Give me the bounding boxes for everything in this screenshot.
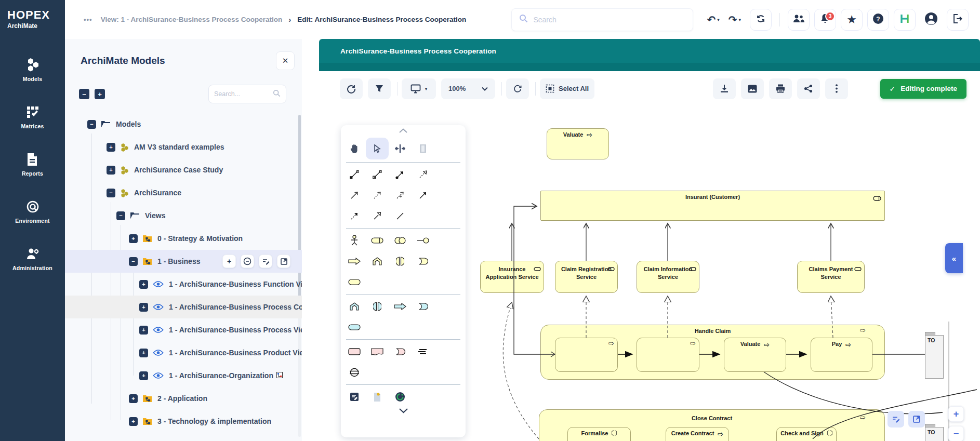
palette-scroll-down-chevron[interactable] — [341, 407, 466, 417]
open-in-new-button[interactable] — [908, 411, 925, 427]
tree-item-3-technology-implementation[interactable]: + 3 - Technology & implementation — [65, 410, 302, 433]
tree-item-1-business[interactable]: − 1 - Business + — [65, 250, 302, 273]
split-tool[interactable] — [389, 138, 412, 159]
business-interaction-tool[interactable] — [389, 251, 412, 272]
select-all-button[interactable]: Select All — [540, 78, 594, 99]
expand-toggle[interactable]: + — [139, 371, 148, 380]
global-search[interactable] — [511, 8, 693, 31]
expand-toggle[interactable]: + — [139, 303, 148, 312]
print-button[interactable] — [769, 78, 792, 99]
collapse-toggle[interactable]: − — [129, 257, 138, 266]
zoom-in-button[interactable]: + — [948, 406, 964, 422]
diagram-canvas[interactable]: Valuate⇨ Insurant (Customer) Insurance A… — [319, 106, 980, 441]
association-relation-tool[interactable] — [389, 206, 412, 226]
triggering-relation-tool[interactable] — [412, 185, 434, 206]
tree-item-archisurance-case-study[interactable]: + ArchiSurance Case Study — [65, 158, 302, 181]
expand-toggle[interactable]: + — [139, 349, 148, 357]
sidebar-item-administration[interactable]: Administration — [12, 247, 52, 271]
hopex-store-button[interactable] — [894, 9, 916, 31]
help-button[interactable]: ? — [867, 9, 889, 31]
remove-item-button[interactable] — [241, 255, 254, 268]
aggregation-relation-tool[interactable] — [366, 164, 389, 185]
close-panel-button[interactable]: ✕ — [276, 51, 295, 70]
tree-item-business-process-cooperation[interactable]: + 1 - ArchiSurance-Business Process Coop… — [65, 296, 302, 318]
zoom-out-button[interactable]: − — [948, 426, 964, 441]
expand-toggle[interactable]: + — [129, 234, 138, 243]
motivation-rect-tool[interactable] — [343, 341, 366, 362]
pan-tool[interactable] — [343, 138, 366, 159]
editing-complete-button[interactable]: ✓ Editing complete — [880, 79, 967, 99]
favorites-button[interactable]: ★ — [841, 9, 863, 31]
tree-item-business-function-view[interactable]: + 1 - ArchiSurance-Business Function Vie… — [65, 273, 302, 296]
expand-toggle[interactable]: + — [139, 280, 148, 289]
access-relation-tool[interactable] — [366, 185, 389, 206]
flow-relation-tool[interactable] — [343, 206, 366, 226]
expand-toggle[interactable]: + — [107, 166, 115, 175]
select-tool[interactable] — [366, 138, 389, 159]
document-tool[interactable] — [366, 386, 389, 407]
filter-button[interactable] — [368, 78, 391, 99]
tree-search-input[interactable] — [214, 90, 273, 98]
expand-all-button[interactable]: + — [95, 89, 105, 99]
palette-collapse-chevron[interactable] — [341, 127, 466, 137]
share-button[interactable] — [797, 78, 820, 99]
shape-handle-claim-step2[interactable]: ⇨ — [637, 338, 699, 372]
shape-claims-payment-service[interactable]: Claims Payment Service — [797, 261, 865, 293]
collapse-toggle[interactable]: − — [107, 189, 115, 197]
refresh-diagram-button[interactable] — [340, 78, 363, 99]
edit-properties-button[interactable] — [888, 411, 904, 427]
tree-item-archisurance[interactable]: − ArchiSurance — [65, 181, 302, 204]
logout-button[interactable] — [947, 9, 969, 31]
note-tool[interactable] — [343, 386, 366, 407]
sidebar-item-environment[interactable]: Environment — [15, 199, 49, 224]
tree-item-business-product-view[interactable]: + 1 - ArchiSurance-Business Product View — [65, 341, 302, 364]
tree-item-views[interactable]: − Views — [65, 204, 302, 227]
application-interaction-tool[interactable] — [366, 296, 389, 317]
export-image-button[interactable] — [741, 78, 764, 99]
shape-to-box-1[interactable]: TO — [925, 335, 944, 379]
collapse-toggle[interactable]: − — [87, 120, 96, 129]
business-interface-tool[interactable] — [412, 230, 434, 251]
assignment-relation-tool[interactable] — [389, 164, 412, 185]
notifications-button[interactable]: 3 — [814, 9, 836, 31]
redo-caret-icon[interactable]: ▾ — [738, 17, 741, 22]
add-item-button[interactable]: + — [222, 255, 236, 268]
shape-handle-claim-valuate[interactable]: Valuate⇨ — [724, 338, 786, 372]
tree-item-am-v3-standard-examples[interactable]: + AM V3 standard examples — [65, 136, 302, 158]
shape-close-contract-create-contract[interactable]: Create Contract⇨ — [666, 427, 729, 441]
business-event-tool[interactable] — [366, 251, 389, 272]
shape-claim-information-service[interactable]: Claim Information Service — [637, 261, 699, 293]
tree-item-organization[interactable]: + 1 - ArchiSurance-Organization — [65, 364, 302, 387]
expand-toggle[interactable]: + — [139, 326, 148, 335]
tree-item-0-strategy-motivation[interactable]: + 0 - Strategy & Motivation — [65, 227, 302, 250]
tree-item-2-application[interactable]: + 2 - Application — [65, 387, 302, 410]
business-role-tool[interactable] — [366, 230, 389, 251]
sidebar-item-reports[interactable]: Reports — [22, 152, 43, 177]
business-object-tool[interactable] — [343, 272, 366, 292]
rotate-refresh-button[interactable] — [506, 78, 529, 99]
gap-tool[interactable] — [343, 362, 366, 383]
shape-insurant-customer-role[interactable]: Insurant (Customer) — [540, 191, 885, 221]
application-object-tool[interactable] — [343, 317, 366, 338]
breadcrumb-view-link[interactable]: View: 1 - ArchiSurance-Business Process … — [101, 16, 283, 23]
serving-relation-tool[interactable] — [343, 185, 366, 206]
collapse-toggle[interactable]: − — [116, 211, 125, 220]
expand-toggle[interactable]: + — [129, 394, 138, 403]
display-mode-button[interactable]: ▾ — [402, 78, 436, 99]
business-process-tool[interactable] — [343, 251, 366, 272]
business-collaboration-tool[interactable] — [389, 230, 412, 251]
undo-caret-icon[interactable]: ▾ — [717, 17, 720, 22]
shape-claim-registration-service[interactable]: Claim Registration Service — [555, 261, 618, 293]
global-search-input[interactable] — [533, 16, 685, 24]
collapse-all-button[interactable]: − — [79, 89, 89, 99]
tree-item-models[interactable]: − Models — [65, 113, 302, 136]
user-profile-button[interactable] — [920, 9, 942, 31]
sidebar-item-matrices[interactable]: Matrices — [21, 105, 44, 129]
download-button[interactable] — [713, 78, 736, 99]
expand-toggle[interactable]: + — [107, 143, 115, 152]
expand-toggle[interactable]: + — [129, 417, 138, 426]
edit-properties-button[interactable] — [259, 255, 272, 268]
collaboration-button[interactable] — [788, 9, 810, 31]
tree-item-business-process-view[interactable]: + 1 - ArchiSurance-Business Process View — [65, 318, 302, 341]
implementation-service-tool[interactable] — [389, 341, 412, 362]
